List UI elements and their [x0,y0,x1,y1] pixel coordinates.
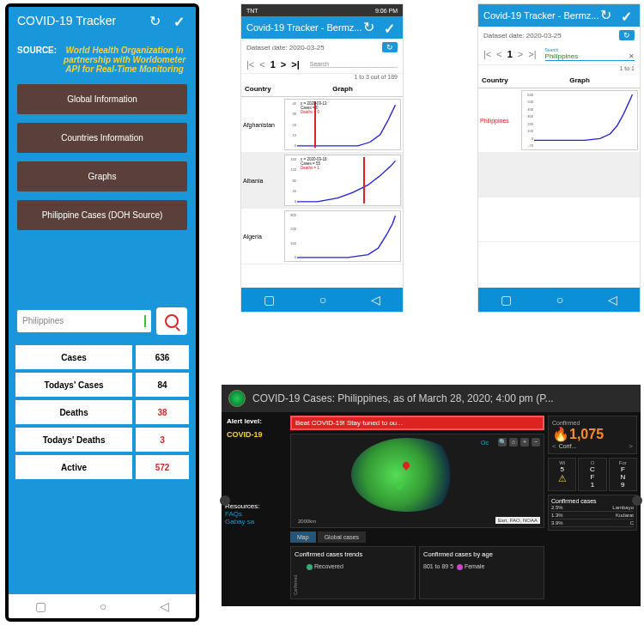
app-title: Covid-19 Tracker - Bermz... [246,22,361,33]
page-next-icon[interactable]: > [281,59,286,70]
warning-icon: ⚠ [550,473,574,484]
dashboard-title: COVID-19 Cases: Philippines, as of March… [252,392,634,404]
page-next-icon[interactable]: > [518,49,523,59]
stats-table: Cases636 Todays' Cases84 Deaths38 Todays… [9,338,196,489]
refresh-button[interactable]: ↻ [382,42,398,52]
philippine-cases-button[interactable]: Philippine Cases (DOH Source) [17,200,187,230]
global-information-button[interactable]: Global Information [17,84,187,114]
nav-back-icon[interactable]: ▢ [501,293,512,307]
nav-recent-icon[interactable]: ◁ [371,293,380,307]
check-icon[interactable] [384,21,398,34]
country-name: Philippines [478,88,519,152]
zoom-search-icon[interactable]: 🔍 [498,438,507,447]
map-tabs: Map Global cases [290,532,544,543]
zoom-out-icon[interactable]: − [532,438,540,447]
page-first-icon[interactable]: |< [246,59,254,70]
pager: |< < 1 > >| Search Philippines✕ [478,44,640,65]
country-name: Algeria [241,209,283,264]
table-header: Country Graph [478,73,640,88]
stat-row: Todays' Cases84 [15,373,189,397]
phone-main: COVID-19 Tracker SOURCE: World Health Or… [5,3,199,622]
check-icon[interactable] [621,9,635,22]
stat-row: Active572 [15,455,189,479]
table-row-empty [478,153,640,197]
tab-map[interactable]: Map [290,532,316,543]
pager: |< < 1 > >| Search [241,56,403,74]
dataset-row: Dataset date: 2020-03-25 ↻ [241,39,403,56]
gabay-link[interactable]: Gabay sa [225,518,287,526]
map[interactable]: 🔍 ⌂ + − Oc 2000km Esri, FAO, NOAA [290,434,544,528]
tile: Wi5⚠ [548,458,576,491]
tile: ForF N 9 [609,458,637,491]
faq-link[interactable]: FAQs [225,510,287,518]
country-graph: 16012080400 x = 2020-03-18Cases = 55Deat… [284,155,401,206]
sync-icon[interactable] [149,14,163,27]
prev-icon[interactable]: < [552,442,556,450]
dataset-date: Dataset date: 2020-03-25 [483,32,562,39]
age-panel: Confirmed cases by age 801 to 89 5 Femal… [419,546,544,599]
page-number: 1 [270,59,276,70]
resize-handle-icon[interactable] [220,495,230,506]
zoom-in-icon[interactable]: + [520,438,529,447]
page-prev-icon[interactable]: < [259,59,264,70]
stat-tiles: Wi5⚠ OC F 1 ForF N 9 [548,458,637,491]
search-button[interactable] [156,307,187,335]
tile: OC F 1 [578,458,606,491]
page-number: 1 [507,49,513,59]
country-search-input[interactable]: Philippines [17,310,151,332]
app-header: Covid-19 Tracker - Bermz... [241,16,403,39]
confirmed-breakdown-panel: Confirmed cases 2.5%Lambayo 1.3%Kudarat … [548,495,637,531]
page-count: 1 to 1 [478,65,640,73]
map-attribution: Esri, FAO, NOAA [495,517,540,524]
nav-home-icon[interactable]: ○ [556,293,563,307]
table-row: Algeria 3002001000 [241,209,403,264]
sync-icon[interactable] [600,9,614,22]
page-last-icon[interactable]: >| [528,49,536,59]
nav-recent-icon[interactable]: ◁ [608,293,617,307]
next-icon[interactable]: > [629,442,633,450]
source-text: World Health Organization in partnership… [62,46,187,74]
nav-recent-icon[interactable]: ◁ [160,599,169,613]
country-graph: 403020100 x = 2020-03-13Cases = 0Deaths … [284,99,401,150]
phone-graphs-all: TNT 9:06 PM Covid-19 Tracker - Bermz... … [240,3,404,313]
table-header: Country Graph [241,82,403,97]
ocean-label: Oc [481,440,489,446]
graphs-button[interactable]: Graphs [17,161,187,191]
seal-icon [228,390,246,407]
search-input[interactable]: Search [310,61,398,68]
table-row: Albania 16012080400 x = 2020-03-18Cases … [241,153,403,209]
status-bar: TNT 9:06 PM [241,4,403,16]
stat-row: Todays' Deaths3 [15,428,189,452]
resize-handle-icon[interactable] [632,495,642,506]
dataset-row: Dataset date: 2020-03-25 ↻ [478,27,640,44]
page-first-icon[interactable]: |< [483,49,491,59]
confirmed-selector[interactable]: Conf... [559,443,627,449]
sync-icon[interactable] [363,21,377,34]
dot-female-icon [457,564,463,570]
search-row: Philippines [17,307,187,335]
countries-information-button[interactable]: Countries Information [17,123,187,153]
android-navbar: ▢ ○ ◁ [478,288,640,312]
page-last-icon[interactable]: >| [291,59,300,70]
search-input[interactable]: Search Philippines✕ [545,47,635,61]
clear-icon[interactable]: ✕ [629,52,635,60]
app-title: COVID-19 Tracker [17,14,116,27]
refresh-button[interactable]: ↻ [619,30,635,40]
source-label: SOURCE: [17,46,57,74]
search-icon [165,314,179,328]
table-row-empty [478,197,640,242]
nav-back-icon[interactable]: ▢ [35,599,46,613]
home-icon[interactable]: ⌂ [509,438,518,447]
alert-banner: Beat COVID-19! Stay tuned to ou... [290,416,544,430]
nav-home-icon[interactable]: ○ [100,599,106,613]
tab-global[interactable]: Global cases [318,532,366,543]
stat-row: Cases636 [15,345,189,369]
nav-back-icon[interactable]: ▢ [264,293,275,307]
dataset-date: Dataset date: 2020-03-25 [246,44,325,52]
nav-home-icon[interactable]: ○ [319,293,326,307]
table-row: Philippines 6305004003002001000-70 [478,88,640,153]
android-navbar: ▢ ○ ◁ [241,288,403,312]
check-icon[interactable] [173,14,187,27]
page-prev-icon[interactable]: < [496,49,501,59]
trends-panel: Confirmed cases trends Confirmed Recover… [290,546,416,599]
